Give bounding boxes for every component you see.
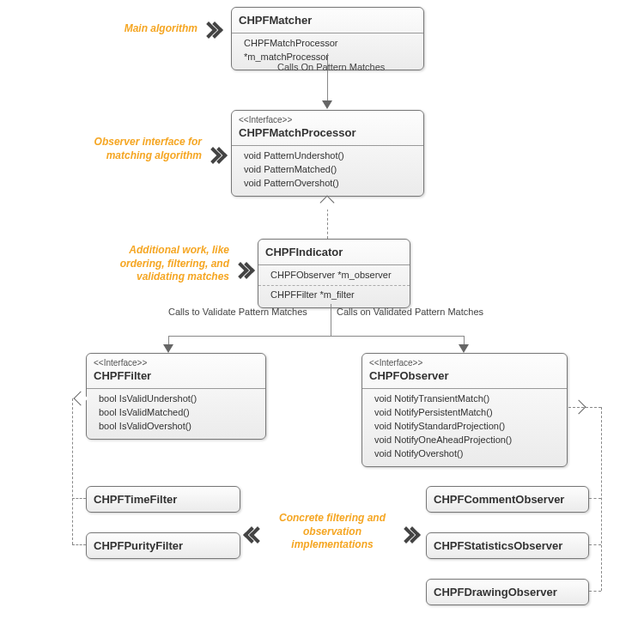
member-row: bool IsValidUndershot() [99,392,258,406]
member-row: void NotifyOvershot() [374,447,560,461]
class-title: CHPFFilter [94,369,258,382]
member-row: void PatternMatched() [244,163,416,177]
class-chpf-statistics-observer: CHPFStatisticsObserver [426,532,589,559]
member-row: CHPFFilter *m_filter [270,289,403,302]
member-row: void NotifyOneAheadProjection() [374,434,560,447]
class-members: CHPFObserver *m_observer [258,265,410,285]
class-header: CHPFIndicator [258,240,410,265]
class-chpf-match-processor: <<Interface>> CHPFMatchProcessor void Pa… [231,110,424,197]
class-header: <<Interface>> CHPFFilter [87,354,265,389]
arrowhead-solid-icon [163,344,173,353]
edge-line [589,498,601,499]
arrowhead-solid-icon [322,100,332,109]
class-members: bool IsValidUndershot() bool IsValidMatc… [87,389,265,439]
edge-line [589,591,601,592]
edge-line [331,322,331,336]
class-title: CHPFIndicator [265,246,403,258]
edge-line [589,544,601,545]
edge-line [568,407,601,408]
edge-label: Calls to Validate Pattern Matches [168,307,307,317]
class-header: CHPFTimeFilter [87,487,240,512]
edge-line [168,336,464,337]
class-chpf-purity-filter: CHPFPurityFilter [86,532,240,559]
member-row: CHPFObserver *m_observer [270,269,403,283]
chevron-right-icon [203,22,222,42]
member-row: void NotifyPersistentMatch() [374,406,560,420]
edge-line [72,398,73,544]
class-stereotype: <<Interface>> [239,115,416,125]
class-members: CHPFFilter *m_filter [258,286,410,307]
member-row: void PatternOvershot() [244,177,416,191]
class-header: <<Interface>> CHPFObserver [362,354,567,389]
triangle-hollow-icon [320,196,335,210]
edge-label: Calls on Validated Pattern Matches [337,307,483,317]
class-header: <<Interface>> CHPFMatchProcessor [232,111,423,146]
edge-label: Calls On Pattern Matches [277,62,385,72]
member-row: void NotifyTransientMatch() [374,392,560,406]
class-chpf-comment-observer: CHPFCommentObserver [426,486,589,513]
class-title: CHPFMatchProcessor [239,126,416,139]
class-title: CHPFStatisticsObserver [434,539,581,552]
arrowhead-solid-icon [459,344,469,353]
class-header: CHPFDrawingObserver [427,580,588,605]
class-members: void NotifyTransientMatch() void NotifyP… [362,389,567,466]
edge-line [72,498,86,499]
chevron-right-icon [400,527,419,547]
class-title: CHPFObserver [369,369,560,382]
chevron-right-icon [207,148,226,167]
class-chpf-filter: <<Interface>> CHPFFilter bool IsValidUnd… [86,353,266,440]
class-title: CHPFDrawingObserver [434,586,581,598]
member-row: CHPFMatchProcessor *m_matchProcessor [244,37,416,64]
note-main-algorithm: Main algorithm [103,22,197,36]
class-chpf-time-filter: CHPFTimeFilter [86,486,240,513]
class-title: CHPFCommentObserver [434,493,581,506]
member-row: bool IsValidMatched() [99,406,258,420]
class-header: CHPFPurityFilter [87,533,240,558]
chevron-right-icon [234,263,253,283]
class-title: CHPFPurityFilter [94,539,233,552]
edge-line [601,407,602,591]
class-header: CHPFMatcher [232,8,423,33]
member-row: void NotifyStandardProjection() [374,420,560,434]
note-observer-interface: Observer interface for matching algorith… [90,136,202,162]
note-additional-work: Additional work, like ordering, filterin… [92,244,229,284]
class-stereotype: <<Interface>> [94,358,258,368]
class-title: CHPFTimeFilter [94,493,233,506]
class-chpf-drawing-observer: CHPFDrawingObserver [426,579,589,605]
member-row: bool IsValidOvershot() [99,420,258,434]
class-title: CHPFMatcher [239,14,416,27]
class-chpf-observer: <<Interface>> CHPFObserver void NotifyTr… [361,353,568,467]
class-header: CHPFStatisticsObserver [427,533,588,558]
chevron-left-icon [246,527,264,547]
class-stereotype: <<Interface>> [369,358,560,368]
edge-line [331,304,331,322]
member-row: void PatternUndershot() [244,149,416,163]
class-chpf-indicator: CHPFIndicator CHPFObserver *m_observer C… [258,239,410,308]
class-header: CHPFCommentObserver [427,487,588,512]
class-members: void PatternUndershot() void PatternMatc… [232,146,423,196]
note-concrete-impl: Concrete filtering and observation imple… [268,512,397,552]
edge-line [72,544,86,545]
